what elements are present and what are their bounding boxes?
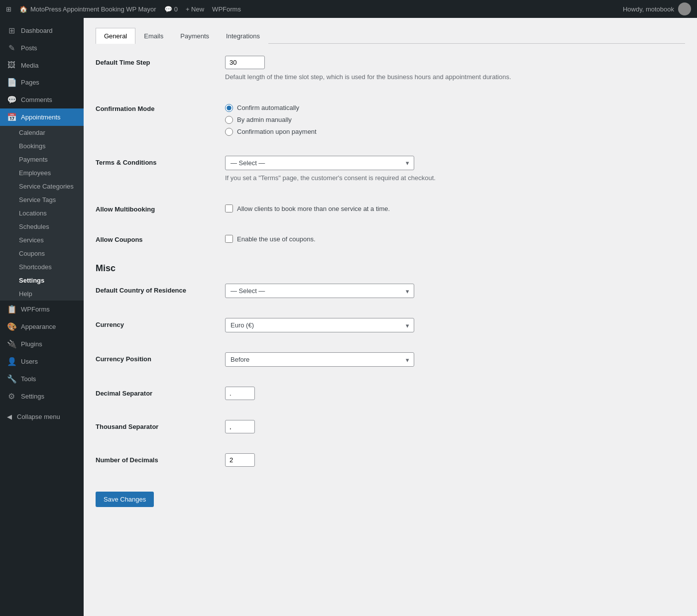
sidebar-item-posts[interactable]: ✎ Posts <box>0 39 84 57</box>
collapse-icon: ◀ <box>7 413 12 420</box>
plugins-icon: 🔌 <box>7 339 16 349</box>
tab-integrations[interactable]: Integrations <box>218 28 268 44</box>
radio-payment-input[interactable] <box>225 128 233 136</box>
sidebar-item-employees[interactable]: Employees <box>0 166 84 180</box>
wpforms-bar-item[interactable]: WPForms <box>212 5 241 13</box>
admin-sidebar: ⊞ Dashboard ✎ Posts 🖼 Media 📄 Pages 💬 Co… <box>0 18 84 616</box>
sidebar-label-wpforms: WPForms <box>21 306 50 313</box>
comments-icon: 💬 <box>164 5 172 13</box>
allow-coupons-checkbox[interactable] <box>225 235 233 243</box>
terms-conditions-select[interactable]: — Select — <box>225 156 414 170</box>
sidebar-item-wpforms[interactable]: 📋 WPForms <box>0 301 84 318</box>
appointments-submenu: Calendar Bookings Payments Employees Ser… <box>0 126 84 301</box>
default-country-select-wrap: — Select — <box>225 284 414 298</box>
radio-manual-input[interactable] <box>225 116 233 124</box>
sidebar-item-settings-main[interactable]: ⚙ Settings <box>0 388 84 405</box>
sidebar-item-pages[interactable]: 📄 Pages <box>0 74 84 91</box>
currency-select[interactable]: Euro (€) <box>225 318 414 332</box>
save-button-row: Save Changes <box>96 487 685 517</box>
sidebar-item-service-tags[interactable]: Service Tags <box>0 193 84 206</box>
thousand-separator-row: Thousand Separator <box>96 420 685 443</box>
sidebar-item-appointments[interactable]: 📅 Appointments <box>0 108 84 126</box>
allow-multibooking-checkbox-label[interactable]: Allow clients to book more than one serv… <box>225 203 685 212</box>
sidebar-label-settings-main: Settings <box>21 393 44 400</box>
settings-tabs: General Emails Payments Integrations <box>96 28 685 44</box>
decimal-separator-input[interactable] <box>225 387 255 400</box>
terms-conditions-hint: If you set a "Terms" page, the customer'… <box>225 173 685 183</box>
currency-position-row: Currency Position Before <box>96 352 685 377</box>
sidebar-item-appearance[interactable]: 🎨 Appearance <box>0 318 84 335</box>
sidebar-item-help[interactable]: Help <box>0 287 84 301</box>
sidebar-item-calendar[interactable]: Calendar <box>0 126 84 139</box>
admin-bar: ⊞ 🏠 MotoPress Appointment Booking WP May… <box>0 0 697 18</box>
save-changes-button[interactable]: Save Changes <box>96 492 154 507</box>
currency-position-select[interactable]: Before <box>225 352 414 367</box>
radio-auto[interactable]: Confirm automatically <box>225 104 685 112</box>
site-name-text: MotoPress Appointment Booking WP Mayor <box>30 5 156 13</box>
sidebar-item-users[interactable]: 👤 Users <box>0 353 84 370</box>
sidebar-item-media[interactable]: 🖼 Media <box>0 57 84 74</box>
number-of-decimals-row: Number of Decimals <box>96 453 685 477</box>
sidebar-item-payments[interactable]: Payments <box>0 153 84 166</box>
tab-payments[interactable]: Payments <box>172 28 218 44</box>
confirmation-mode-wrap: Confirm automatically By admin manually … <box>225 102 685 136</box>
default-country-select[interactable]: — Select — <box>225 284 414 298</box>
collapse-label: Collapse menu <box>17 413 60 420</box>
sidebar-label-users: Users <box>21 358 38 365</box>
comments-menu-icon: 💬 <box>7 95 16 104</box>
howdy-text: Howdy, motobook <box>623 5 674 13</box>
misc-section-title: Misc <box>96 263 685 274</box>
wp-logo[interactable]: ⊞ <box>6 5 11 13</box>
radio-manual[interactable]: By admin manually <box>225 116 685 124</box>
comments-count: 0 <box>174 5 178 13</box>
default-time-step-input[interactable] <box>225 56 265 69</box>
sidebar-item-comments[interactable]: 💬 Comments <box>0 91 84 108</box>
sidebar-item-service-categories[interactable]: Service Categories <box>0 180 84 193</box>
confirmation-mode-radio-group: Confirm automatically By admin manually … <box>225 102 685 136</box>
decimal-separator-wrap <box>225 387 685 400</box>
appointments-icon: 📅 <box>7 112 16 122</box>
default-country-wrap: — Select — <box>225 284 685 298</box>
sidebar-label-appointments: Appointments <box>21 113 61 121</box>
new-bar-item[interactable]: + New <box>186 5 204 13</box>
thousand-separator-input[interactable] <box>225 420 255 433</box>
site-name[interactable]: 🏠 MotoPress Appointment Booking WP Mayor <box>19 5 156 13</box>
sidebar-item-dashboard[interactable]: ⊞ Dashboard <box>0 22 84 39</box>
sidebar-label-plugins: Plugins <box>21 340 42 348</box>
sidebar-item-locations[interactable]: Locations <box>0 206 84 220</box>
thousand-separator-label: Thousand Separator <box>96 420 225 430</box>
currency-label: Currency <box>96 318 225 328</box>
sidebar-item-schedules[interactable]: Schedules <box>0 220 84 233</box>
allow-multibooking-wrap: Allow clients to book more than one serv… <box>225 203 685 212</box>
allow-multibooking-checkbox[interactable] <box>225 205 233 212</box>
tab-emails[interactable]: Emails <box>135 28 172 44</box>
main-content: General Emails Payments Integrations Def… <box>84 18 697 616</box>
howdy-section: Howdy, motobook <box>623 2 691 15</box>
sidebar-item-services[interactable]: Services <box>0 233 84 247</box>
sidebar-item-bookings[interactable]: Bookings <box>0 139 84 153</box>
radio-payment[interactable]: Confirmation upon payment <box>225 128 685 136</box>
confirmation-mode-row: Confirmation Mode Confirm automatically … <box>96 102 685 146</box>
sidebar-label-comments: Comments <box>21 96 52 103</box>
sidebar-label-media: Media <box>21 62 38 69</box>
comments-bar-item[interactable]: 💬 0 <box>164 5 178 13</box>
currency-select-wrap: Euro (€) <box>225 318 414 332</box>
sidebar-item-shortcodes[interactable]: Shortcodes <box>0 260 84 274</box>
collapse-menu-button[interactable]: ◀ Collapse menu <box>0 409 84 424</box>
avatar <box>678 2 691 15</box>
sidebar-item-coupons[interactable]: Coupons <box>0 247 84 260</box>
sidebar-item-plugins[interactable]: 🔌 Plugins <box>0 335 84 353</box>
number-of-decimals-label: Number of Decimals <box>96 453 225 464</box>
allow-coupons-wrap: Enable the use of coupons. <box>225 233 685 243</box>
allow-coupons-row: Allow Coupons Enable the use of coupons. <box>96 233 685 253</box>
sidebar-item-tools[interactable]: 🔧 Tools <box>0 370 84 388</box>
radio-auto-input[interactable] <box>225 104 233 112</box>
tab-general[interactable]: General <box>96 28 135 44</box>
sidebar-item-settings[interactable]: Settings <box>0 274 84 287</box>
dashboard-icon: ⊞ <box>7 26 16 35</box>
settings-form: Default Time Step Default length of the … <box>96 56 685 517</box>
number-of-decimals-input[interactable] <box>225 453 255 467</box>
allow-coupons-checkbox-label[interactable]: Enable the use of coupons. <box>225 233 685 243</box>
sidebar-label-appearance: Appearance <box>21 323 56 330</box>
media-icon: 🖼 <box>7 61 16 70</box>
